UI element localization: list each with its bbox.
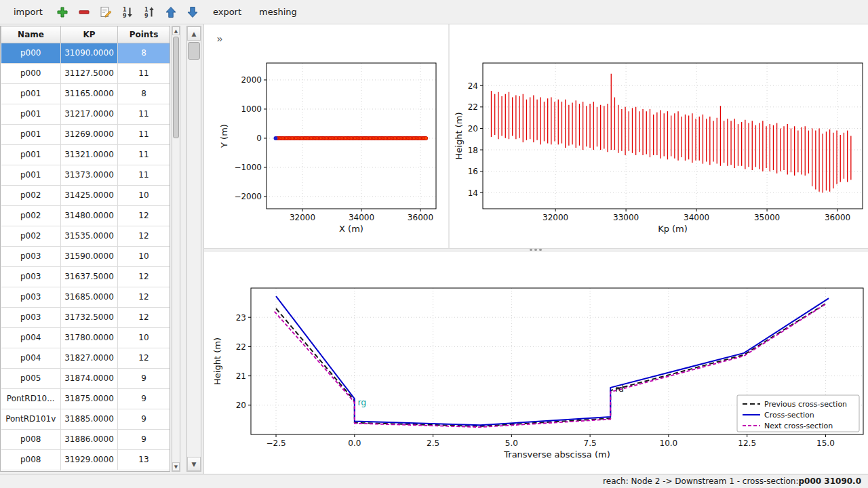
svg-text:−1000: −1000: [234, 163, 262, 172]
table-row[interactable]: p00331685.000012: [1, 287, 170, 307]
cell-points: 9: [118, 388, 170, 409]
table-row[interactable]: p00431780.000010: [1, 327, 170, 348]
add-icon: [56, 5, 69, 19]
table-header-row: Name KP Points: [1, 26, 170, 43]
longitudinal-profile-chart[interactable]: 3200033000340003500036000141618202224Kp …: [450, 52, 868, 248]
table-row[interactable]: PontRD101v31885.00009: [1, 409, 170, 429]
sort-up-button[interactable]: 19: [140, 3, 159, 21]
add-button[interactable]: [54, 3, 72, 21]
column-header-kp[interactable]: KP: [61, 26, 118, 43]
table-row[interactable]: p00131269.000011: [1, 124, 170, 144]
cross-section-chart[interactable]: −2.50.02.55.07.510.012.515.020212223Tran…: [204, 279, 867, 474]
section-scrollbar-thumb[interactable]: [188, 42, 200, 60]
cell-name: p002: [1, 205, 61, 226]
remove-button[interactable]: [75, 3, 94, 21]
svg-text:1: 1: [144, 7, 149, 13]
table-row[interactable]: PontRD10...31875.00009: [1, 388, 170, 409]
menu-import[interactable]: import: [7, 4, 50, 20]
table-row[interactable]: p00131217.000011: [1, 104, 170, 124]
application-window: import 1919 export meshing Name KP Point…: [0, 0, 868, 488]
toolbar-overflow-button[interactable]: »: [214, 28, 226, 48]
table-row[interactable]: p00831886.00009: [1, 429, 170, 449]
scroll-up-icon[interactable]: ▲: [172, 26, 180, 35]
svg-text:Cross-section: Cross-section: [764, 411, 814, 420]
plan-view-panel: » 320003400036000−2000−1000010002000X (m…: [204, 24, 448, 248]
cross-sections-panel: Name KP Points p00031090.00008p00031127.…: [0, 24, 203, 474]
table-row[interactable]: p00031127.500011: [1, 63, 170, 83]
menu-export[interactable]: export: [206, 4, 248, 20]
cell-points: 11: [118, 104, 170, 124]
table-row[interactable]: p00431827.000012: [1, 348, 170, 368]
svg-text:2000: 2000: [241, 75, 262, 85]
table-row[interactable]: p00131373.000011: [1, 165, 170, 185]
cell-kp: 31425.0000: [61, 185, 118, 205]
move-down-button[interactable]: [184, 3, 202, 21]
section-up-button[interactable]: ▲: [187, 26, 201, 41]
table-row[interactable]: p00331732.500012: [1, 307, 170, 327]
cell-name: p001: [1, 83, 61, 104]
column-header-points[interactable]: Points: [118, 26, 170, 43]
cell-name: p001: [1, 124, 61, 144]
cell-name: p000: [1, 43, 61, 63]
plots-area: » 320003400036000−2000−1000010002000X (m…: [203, 24, 868, 474]
section-down-button[interactable]: ▼: [187, 457, 201, 471]
cell-kp: 31321.0000: [61, 144, 118, 165]
svg-text:33000: 33000: [613, 213, 639, 222]
svg-text:24: 24: [468, 81, 478, 91]
svg-text:7.5: 7.5: [584, 439, 597, 448]
main-content: Name KP Points p00031090.00008p00031127.…: [0, 24, 868, 474]
table-row[interactable]: p00331637.500012: [1, 266, 170, 287]
table-row[interactable]: p00231535.000012: [1, 226, 170, 246]
svg-text:32000: 32000: [290, 213, 315, 222]
table-row[interactable]: p00231480.000012: [1, 205, 170, 226]
cell-points: 8: [118, 83, 170, 104]
status-text: reach: Node 2 -> Downstream 1 - cross-se…: [603, 476, 798, 486]
table-row[interactable]: p00831929.000013: [1, 449, 170, 470]
remove-icon: [77, 5, 91, 19]
table-scrollbar[interactable]: ▲ ▼: [172, 26, 180, 472]
cross-section-panel: −2.50.02.55.07.510.012.515.020212223Tran…: [204, 251, 868, 474]
cell-points: 12: [118, 205, 170, 226]
move-down-icon: [186, 5, 199, 19]
svg-text:14: 14: [468, 188, 478, 198]
section-scrollbar-track[interactable]: [187, 41, 201, 457]
cell-kp: 31165.0000: [61, 83, 118, 104]
cell-points: 12: [118, 307, 170, 327]
svg-text:21: 21: [236, 371, 246, 381]
cell-kp: 31886.0000: [61, 429, 118, 449]
svg-text:−2.5: −2.5: [266, 439, 285, 448]
cell-points: 10: [118, 185, 170, 205]
cell-name: p002: [1, 226, 61, 246]
move-up-button[interactable]: [162, 3, 180, 21]
table-row[interactable]: p00531874.00009: [1, 368, 170, 388]
sort-down-button[interactable]: 19: [119, 3, 137, 21]
table-row[interactable]: p00131165.00008: [1, 83, 170, 104]
column-header-name[interactable]: Name: [1, 26, 61, 43]
edit-button[interactable]: [97, 3, 115, 21]
plan-view-chart[interactable]: 320003400036000−2000−1000010002000X (m)Y…: [204, 52, 448, 248]
menu-meshing[interactable]: meshing: [252, 4, 304, 20]
cell-name: p008: [1, 449, 61, 470]
cell-points: 11: [118, 63, 170, 83]
table-scrollbar-track[interactable]: [172, 35, 180, 462]
table-row[interactable]: p00331590.000010: [1, 246, 170, 266]
cell-kp: 31269.0000: [61, 124, 118, 144]
cell-kp: 31929.0000: [61, 449, 118, 470]
svg-text:10.0: 10.0: [660, 439, 678, 448]
section-navigator-scrollbar[interactable]: ▲ ▼: [186, 26, 201, 472]
table-row[interactable]: p00031090.00008: [1, 43, 170, 63]
cell-name: p002: [1, 185, 61, 205]
cell-points: 11: [118, 124, 170, 144]
scroll-down-icon[interactable]: ▼: [172, 462, 180, 471]
cell-name: p003: [1, 246, 61, 266]
cell-points: 12: [118, 287, 170, 307]
svg-text:Height (m): Height (m): [454, 113, 464, 160]
cell-kp: 31685.0000: [61, 287, 118, 307]
status-cross-section: p000 31090.0: [799, 476, 861, 486]
svg-text:2.5: 2.5: [427, 439, 439, 448]
table-row[interactable]: p00231425.000010: [1, 185, 170, 205]
table-row[interactable]: p00131321.000011: [1, 144, 170, 165]
table-scrollbar-thumb[interactable]: [173, 37, 179, 138]
svg-text:X (m): X (m): [339, 224, 363, 234]
svg-text:1: 1: [123, 7, 127, 13]
